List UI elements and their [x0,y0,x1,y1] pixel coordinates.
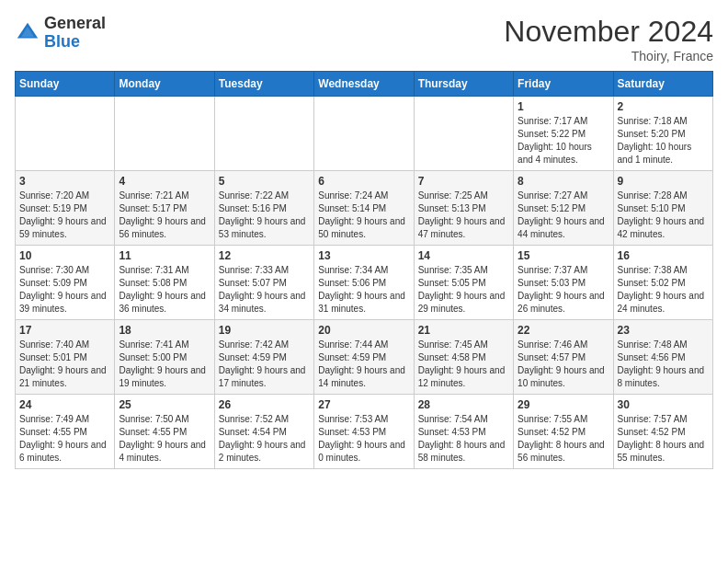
day-number: 25 [119,398,210,411]
day-number: 30 [618,398,709,411]
day-cell [115,97,214,171]
day-cell: 9Sunrise: 7:28 AM Sunset: 5:10 PM Daylig… [613,171,712,246]
day-number: 24 [19,398,110,411]
day-number: 15 [518,249,609,262]
day-number: 27 [318,398,409,411]
day-cell [16,97,115,171]
day-cell: 7Sunrise: 7:25 AM Sunset: 5:13 PM Daylig… [414,171,513,246]
week-row-2: 3Sunrise: 7:20 AM Sunset: 5:19 PM Daylig… [16,171,713,246]
day-cell: 2Sunrise: 7:18 AM Sunset: 5:20 PM Daylig… [613,97,712,171]
day-number: 4 [119,175,210,188]
day-info: Sunrise: 7:18 AM Sunset: 5:20 PM Dayligh… [618,115,709,167]
day-number: 8 [518,175,609,188]
day-number: 21 [418,324,509,337]
day-info: Sunrise: 7:49 AM Sunset: 4:55 PM Dayligh… [19,413,110,465]
day-info: Sunrise: 7:31 AM Sunset: 5:08 PM Dayligh… [119,264,210,316]
day-info: Sunrise: 7:30 AM Sunset: 5:09 PM Dayligh… [19,264,110,316]
week-row-5: 24Sunrise: 7:49 AM Sunset: 4:55 PM Dayli… [16,395,713,469]
day-cell: 22Sunrise: 7:46 AM Sunset: 4:57 PM Dayli… [514,320,613,395]
day-number: 7 [418,175,509,188]
day-info: Sunrise: 7:57 AM Sunset: 4:52 PM Dayligh… [618,413,709,465]
day-info: Sunrise: 7:20 AM Sunset: 5:19 PM Dayligh… [19,190,110,241]
day-info: Sunrise: 7:45 AM Sunset: 4:58 PM Dayligh… [418,339,509,390]
day-cell: 10Sunrise: 7:30 AM Sunset: 5:09 PM Dayli… [16,246,115,320]
day-cell: 23Sunrise: 7:48 AM Sunset: 4:56 PM Dayli… [613,320,712,395]
title-block: November 2024 Thoiry, France [504,15,713,63]
weekday-header-friday: Friday [514,72,613,97]
logo-general: General [44,15,106,33]
weekday-header-thursday: Thursday [414,72,513,97]
day-cell: 28Sunrise: 7:54 AM Sunset: 4:53 PM Dayli… [414,395,513,469]
day-info: Sunrise: 7:21 AM Sunset: 5:17 PM Dayligh… [119,190,210,241]
day-info: Sunrise: 7:22 AM Sunset: 5:16 PM Dayligh… [219,190,310,241]
day-info: Sunrise: 7:50 AM Sunset: 4:55 PM Dayligh… [119,413,210,465]
day-number: 13 [318,249,409,262]
location: Thoiry, France [504,49,713,63]
day-info: Sunrise: 7:48 AM Sunset: 4:56 PM Dayligh… [618,339,709,390]
day-info: Sunrise: 7:28 AM Sunset: 5:10 PM Dayligh… [618,190,709,241]
day-cell [214,97,313,171]
day-info: Sunrise: 7:42 AM Sunset: 4:59 PM Dayligh… [219,339,310,390]
day-number: 12 [219,249,310,262]
day-number: 10 [19,249,110,262]
day-cell: 14Sunrise: 7:35 AM Sunset: 5:05 PM Dayli… [414,246,513,320]
day-cell: 5Sunrise: 7:22 AM Sunset: 5:16 PM Daylig… [214,171,313,246]
day-number: 5 [219,175,310,188]
day-info: Sunrise: 7:38 AM Sunset: 5:02 PM Dayligh… [618,264,709,316]
logo-text: General Blue [44,15,106,52]
day-number: 22 [518,324,609,337]
day-cell: 30Sunrise: 7:57 AM Sunset: 4:52 PM Dayli… [613,395,712,469]
weekday-header-monday: Monday [115,72,214,97]
day-cell: 13Sunrise: 7:34 AM Sunset: 5:06 PM Dayli… [314,246,414,320]
day-number: 11 [119,249,210,262]
day-info: Sunrise: 7:46 AM Sunset: 4:57 PM Dayligh… [518,339,609,390]
day-info: Sunrise: 7:24 AM Sunset: 5:14 PM Dayligh… [318,190,409,241]
day-number: 28 [418,398,509,411]
day-cell: 15Sunrise: 7:37 AM Sunset: 5:03 PM Dayli… [514,246,613,320]
day-info: Sunrise: 7:54 AM Sunset: 4:53 PM Dayligh… [418,413,509,465]
day-info: Sunrise: 7:41 AM Sunset: 5:00 PM Dayligh… [119,339,210,390]
day-number: 29 [518,398,609,411]
logo-icon [15,20,40,46]
day-info: Sunrise: 7:55 AM Sunset: 4:52 PM Dayligh… [518,413,609,465]
day-cell: 17Sunrise: 7:40 AM Sunset: 5:01 PM Dayli… [16,320,115,395]
week-row-1: 1Sunrise: 7:17 AM Sunset: 5:22 PM Daylig… [16,97,713,171]
day-info: Sunrise: 7:52 AM Sunset: 4:54 PM Dayligh… [219,413,310,465]
day-number: 26 [219,398,310,411]
day-number: 6 [318,175,409,188]
logo-blue: Blue [44,33,106,52]
day-cell: 4Sunrise: 7:21 AM Sunset: 5:17 PM Daylig… [115,171,214,246]
day-number: 17 [19,324,110,337]
day-cell: 3Sunrise: 7:20 AM Sunset: 5:19 PM Daylig… [16,171,115,246]
day-info: Sunrise: 7:44 AM Sunset: 4:59 PM Dayligh… [318,339,409,390]
day-cell: 12Sunrise: 7:33 AM Sunset: 5:07 PM Dayli… [214,246,313,320]
day-info: Sunrise: 7:53 AM Sunset: 4:53 PM Dayligh… [318,413,409,465]
day-cell [314,97,414,171]
day-cell: 18Sunrise: 7:41 AM Sunset: 5:00 PM Dayli… [115,320,214,395]
day-info: Sunrise: 7:17 AM Sunset: 5:22 PM Dayligh… [518,115,609,167]
day-cell: 11Sunrise: 7:31 AM Sunset: 5:08 PM Dayli… [115,246,214,320]
day-number: 3 [19,175,110,188]
calendar-table: SundayMondayTuesdayWednesdayThursdayFrid… [15,71,713,469]
day-number: 2 [618,100,709,113]
day-cell: 6Sunrise: 7:24 AM Sunset: 5:14 PM Daylig… [314,171,414,246]
day-info: Sunrise: 7:40 AM Sunset: 5:01 PM Dayligh… [19,339,110,390]
day-info: Sunrise: 7:34 AM Sunset: 5:06 PM Dayligh… [318,264,409,316]
day-cell: 19Sunrise: 7:42 AM Sunset: 4:59 PM Dayli… [214,320,313,395]
day-info: Sunrise: 7:37 AM Sunset: 5:03 PM Dayligh… [518,264,609,316]
day-cell: 24Sunrise: 7:49 AM Sunset: 4:55 PM Dayli… [16,395,115,469]
day-number: 19 [219,324,310,337]
page-header: General Blue November 2024 Thoiry, Franc… [15,15,713,63]
day-cell: 27Sunrise: 7:53 AM Sunset: 4:53 PM Dayli… [314,395,414,469]
day-cell: 21Sunrise: 7:45 AM Sunset: 4:58 PM Dayli… [414,320,513,395]
day-number: 18 [119,324,210,337]
week-row-3: 10Sunrise: 7:30 AM Sunset: 5:09 PM Dayli… [16,246,713,320]
day-info: Sunrise: 7:35 AM Sunset: 5:05 PM Dayligh… [418,264,509,316]
day-cell: 16Sunrise: 7:38 AM Sunset: 5:02 PM Dayli… [613,246,712,320]
day-cell: 8Sunrise: 7:27 AM Sunset: 5:12 PM Daylig… [514,171,613,246]
day-cell: 20Sunrise: 7:44 AM Sunset: 4:59 PM Dayli… [314,320,414,395]
day-number: 16 [618,249,709,262]
weekday-header-tuesday: Tuesday [214,72,313,97]
weekday-header-row: SundayMondayTuesdayWednesdayThursdayFrid… [16,72,713,97]
day-info: Sunrise: 7:33 AM Sunset: 5:07 PM Dayligh… [219,264,310,316]
